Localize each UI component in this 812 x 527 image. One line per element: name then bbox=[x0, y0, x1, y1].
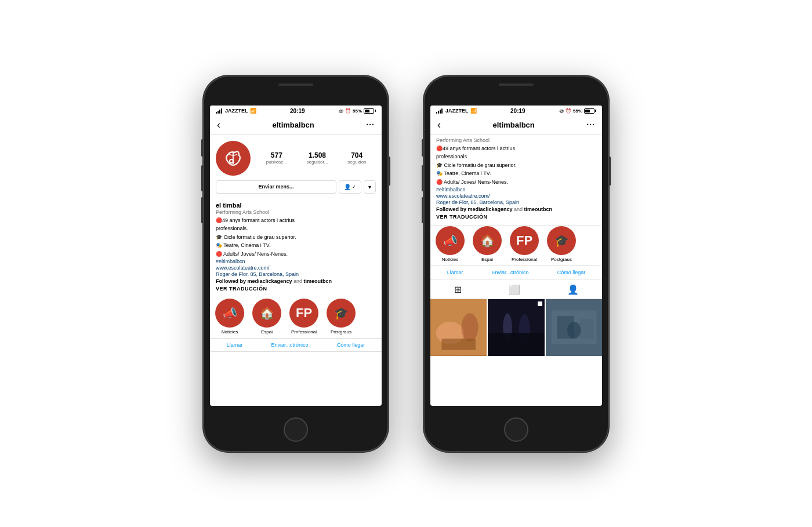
scrolled-follower-1[interactable]: mediaclickagency bbox=[468, 206, 513, 212]
espai-icon-2: 🏠 bbox=[480, 234, 495, 248]
highlight-circle-3: FP bbox=[289, 299, 318, 328]
bio-website-1[interactable]: www.escolateatre.com/ bbox=[216, 265, 376, 271]
highlight-postgraus-1[interactable]: 🎓 Postgraus bbox=[325, 299, 357, 335]
volume-up-button-2[interactable] bbox=[422, 165, 423, 191]
profile-username-1: eltimbalbcn bbox=[273, 121, 314, 129]
highlight-label-espai-1: Espai bbox=[261, 329, 273, 335]
posts-label: publicac... bbox=[266, 159, 287, 165]
home-button-2[interactable] bbox=[504, 417, 528, 442]
profile-name-1: el timbal bbox=[216, 202, 376, 209]
phone-1-screen: JAZZTEL 📶 20:19 @ ⏰ 55% ‹ eltimbalbcn bbox=[210, 106, 382, 406]
time-display-1: 20:19 bbox=[290, 108, 305, 114]
scrolled-link-2[interactable]: www.escolateatre.com/ bbox=[436, 193, 596, 199]
back-button-2[interactable]: ‹ bbox=[437, 119, 441, 131]
photo-cell-3[interactable] bbox=[546, 299, 602, 355]
highlight-noticies-1[interactable]: 📣 Noticies bbox=[213, 299, 246, 335]
tagged-tab[interactable]: 👤 bbox=[567, 284, 579, 295]
highlight-espai-2[interactable]: 🏠 Espai bbox=[471, 226, 503, 262]
reels-tab[interactable]: ⬜ bbox=[509, 284, 520, 295]
noticies-icon-2: 📣 bbox=[443, 234, 458, 248]
home-button-1[interactable] bbox=[284, 417, 308, 442]
llamar-button-1[interactable]: Llamar bbox=[227, 342, 243, 348]
highlight-label-noticies-1: Noticies bbox=[222, 329, 238, 335]
highlight-postgraus-2[interactable]: 🎓 Postgraus bbox=[545, 226, 578, 262]
highlight-circle-2-1: 📣 bbox=[436, 226, 465, 255]
avatar-1 bbox=[216, 141, 251, 176]
professional-icon-2: FP bbox=[516, 233, 532, 248]
volume-mute-button[interactable] bbox=[201, 139, 203, 157]
stat-followers: 1.508 seguidor... bbox=[307, 151, 328, 165]
more-options-button-1[interactable]: ··· bbox=[366, 120, 375, 129]
bio-section-1: el timbal Performing Arts School 🔴49 any… bbox=[210, 202, 382, 299]
status-right-1: @ ⏰ 55% bbox=[339, 108, 376, 114]
status-bar-2: JAZZTEL 📶 20:19 @ ⏰ 55% bbox=[430, 106, 602, 115]
action-links-1: Llamar Enviar...ctrónico Cómo llegar bbox=[210, 338, 382, 352]
followers-count: 1.508 bbox=[309, 151, 326, 159]
scrolled-location-2[interactable]: Roger de Flor, 85, Barcelona, Spain bbox=[436, 199, 596, 205]
bio-location-1[interactable]: Roger de Flor, 85, Barcelona, Spain bbox=[216, 271, 376, 277]
enviar-electronico-button-1[interactable]: Enviar...ctrónico bbox=[271, 342, 308, 348]
volume-down-button[interactable] bbox=[201, 197, 203, 223]
profile-category-1: Performing Arts School bbox=[216, 209, 376, 215]
como-llegar-button-2[interactable]: Cómo llegar bbox=[557, 270, 586, 275]
bio-hashtag-1[interactable]: #eltimbalbcn bbox=[216, 259, 376, 264]
photo-1-content bbox=[430, 299, 487, 355]
scrolled-line-4: 🎭 Teatre, Cinema i TV. bbox=[436, 170, 596, 177]
action-links-2: Llamar Enviar...ctrónico Cómo llegar bbox=[430, 266, 602, 279]
highlight-circle-2-3: FP bbox=[510, 226, 539, 255]
battery-percent-2: 55% bbox=[573, 108, 582, 114]
back-button-1[interactable]: ‹ bbox=[217, 119, 220, 131]
volume-up-button[interactable] bbox=[201, 165, 203, 191]
scrolled-bio-2: Performing Arts School 🔴49 anys formant … bbox=[430, 135, 602, 227]
ver-traduccion-1[interactable]: VER TRADUCCIÓN bbox=[216, 286, 376, 292]
more-options-button-2[interactable]: ··· bbox=[586, 120, 595, 129]
scrolled-line-2: professionals. bbox=[436, 153, 596, 161]
dropdown-button[interactable]: ▾ bbox=[364, 180, 376, 194]
bio-line-3: 🎓 Cicle formatiu de grau superior. bbox=[216, 234, 376, 241]
follower-2[interactable]: timeoutbcn bbox=[304, 278, 332, 284]
como-llegar-button-1[interactable]: Cómo llegar bbox=[337, 342, 365, 348]
carrier-label: JAZZTEL bbox=[225, 108, 248, 114]
time-display-2: 20:19 bbox=[510, 108, 525, 114]
power-button-2[interactable] bbox=[609, 157, 611, 186]
status-left-2: JAZZTEL 📶 bbox=[436, 108, 477, 114]
highlight-professional-1[interactable]: FP Professional bbox=[288, 299, 320, 335]
highlight-professional-2[interactable]: FP Professional bbox=[508, 226, 541, 262]
highlight-label-postgraus-2: Postgraus bbox=[551, 257, 572, 262]
grid-tab[interactable]: ⊞ bbox=[454, 284, 462, 295]
highlight-circle-2-2: 🏠 bbox=[473, 226, 502, 255]
battery-icon bbox=[364, 108, 376, 114]
enviar-electronico-button-2[interactable]: Enviar...ctrónico bbox=[491, 270, 528, 275]
highlight-espai-1[interactable]: 🏠 Espai bbox=[251, 299, 283, 335]
scrolled-hashtag-2[interactable]: #eltimbalbcn bbox=[436, 187, 596, 192]
highlight-label-espai-2: Espai bbox=[481, 257, 493, 262]
ver-traduccion-2[interactable]: VER TRADUCCIÓN bbox=[436, 214, 596, 220]
llamar-button-2[interactable]: Llamar bbox=[447, 270, 463, 275]
follow-button[interactable]: 👤 ✓ bbox=[339, 180, 361, 194]
bio-line-4: 🎭 Teatre, Cinema i TV. bbox=[216, 242, 376, 249]
highlight-noticies-2[interactable]: 📣 Noticies bbox=[434, 226, 466, 262]
phone-1: JAZZTEL 📶 20:19 @ ⏰ 55% ‹ eltimbalbcn bbox=[203, 75, 389, 452]
scrolled-follower-2[interactable]: timeoutbcn bbox=[524, 206, 553, 212]
bio-followed-1: Followed by mediaclickagency and timeout… bbox=[216, 278, 376, 284]
followers-label: seguidor... bbox=[307, 159, 328, 165]
scrolled-line-1: 🔴49 anys formant actors i actrius bbox=[436, 145, 596, 152]
person-icon: 👤 bbox=[344, 184, 351, 190]
following-label: seguidos bbox=[347, 159, 366, 165]
profile-username-2: eltimbalbcn bbox=[493, 121, 535, 129]
highlight-label-professional-1: Professional bbox=[291, 329, 317, 335]
battery-icon-2 bbox=[584, 108, 596, 114]
follower-1[interactable]: mediaclickagency bbox=[248, 278, 292, 284]
wifi-icon: 📶 bbox=[250, 108, 256, 114]
highlights-row-2: 📣 Noticies 🏠 Espai FP Pro bbox=[430, 226, 602, 262]
highlight-circle-2: 🏠 bbox=[252, 299, 281, 328]
status-bar-1: JAZZTEL 📶 20:19 @ ⏰ 55% bbox=[210, 106, 382, 115]
photo-cell-2[interactable] bbox=[488, 299, 544, 355]
power-button[interactable] bbox=[389, 157, 390, 186]
photo-cell-1[interactable] bbox=[430, 299, 487, 355]
at-icon-2: @ bbox=[559, 108, 564, 114]
send-message-button[interactable]: Enviar mens... bbox=[216, 180, 336, 194]
carrier-label-2: JAZZTEL bbox=[445, 108, 469, 114]
volume-down-button-2[interactable] bbox=[422, 197, 423, 223]
volume-mute-button-2[interactable] bbox=[422, 139, 423, 157]
